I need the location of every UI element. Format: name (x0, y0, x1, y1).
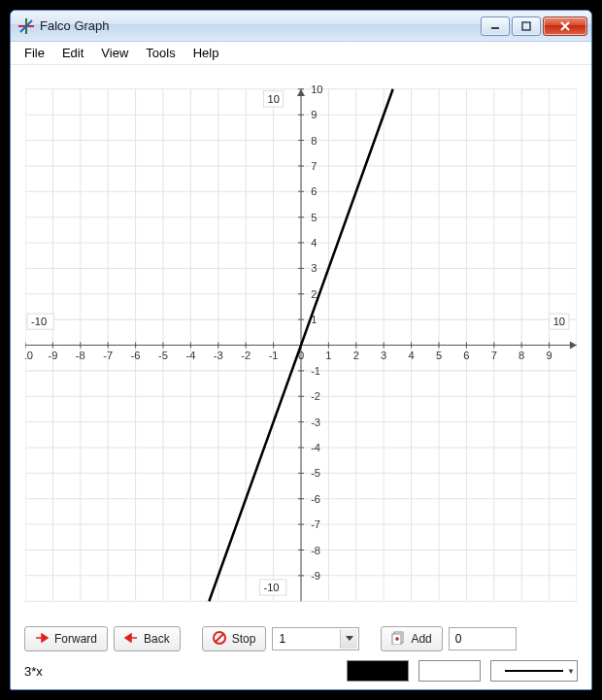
svg-text:-1: -1 (269, 350, 279, 361)
menu-help[interactable]: Help (185, 44, 227, 62)
svg-text:-8: -8 (76, 350, 85, 361)
window-controls (481, 17, 587, 36)
chevron-down-icon: ▼ (567, 667, 575, 676)
forward-label: Forward (54, 632, 97, 646)
svg-rect-4 (522, 22, 530, 30)
graph-canvas[interactable]: -10-9-8-7-6-5-4-3-2-10123456789-9-8-7-6-… (24, 77, 578, 614)
svg-text:-10: -10 (24, 350, 33, 361)
svg-line-136 (216, 634, 223, 642)
svg-text:-9: -9 (48, 350, 57, 361)
svg-text:-1: -1 (311, 365, 320, 377)
menu-edit[interactable]: Edit (54, 44, 91, 62)
forward-icon (35, 632, 49, 646)
maximize-button[interactable] (512, 17, 541, 36)
stop-icon (213, 631, 226, 648)
svg-text:10: 10 (553, 316, 565, 327)
svg-text:7: 7 (491, 350, 497, 361)
svg-text:3: 3 (311, 262, 317, 274)
svg-text:1: 1 (325, 350, 331, 361)
svg-text:-6: -6 (311, 493, 320, 505)
number-value: 0 (455, 632, 462, 646)
svg-text:-3: -3 (214, 350, 223, 361)
svg-text:7: 7 (311, 160, 317, 172)
speed-value: 1 (279, 632, 285, 646)
svg-text:10: 10 (311, 83, 322, 95)
svg-text:-8: -8 (311, 545, 320, 556)
svg-text:9: 9 (311, 109, 317, 120)
svg-text:4: 4 (408, 350, 414, 361)
svg-text:2: 2 (311, 288, 317, 300)
minimize-button[interactable] (481, 17, 510, 36)
svg-text:2: 2 (353, 350, 359, 361)
svg-text:6: 6 (463, 350, 469, 361)
svg-text:-10: -10 (263, 582, 279, 593)
bottombar: 3*x ▼ (11, 656, 591, 689)
svg-text:-5: -5 (311, 467, 320, 479)
menubar: File Edit View Tools Help (11, 42, 591, 65)
add-icon (391, 631, 405, 648)
svg-text:4: 4 (311, 237, 317, 249)
svg-text:-4: -4 (185, 350, 195, 361)
line-preview (505, 670, 563, 672)
svg-text:-4: -4 (311, 442, 320, 453)
svg-text:8: 8 (518, 350, 524, 361)
svg-text:-9: -9 (311, 570, 320, 582)
line-color-swatch[interactable] (347, 660, 409, 682)
app-icon (18, 18, 34, 34)
svg-text:5: 5 (311, 212, 317, 223)
back-button[interactable]: Back (114, 626, 181, 651)
plot-area[interactable]: -10-9-8-7-6-5-4-3-2-10123456789-9-8-7-6-… (11, 65, 591, 621)
stop-button[interactable]: Stop (202, 626, 267, 651)
titlebar: Falco Graph (11, 11, 591, 42)
svg-text:3: 3 (381, 350, 386, 361)
close-button[interactable] (543, 17, 587, 36)
svg-text:-2: -2 (241, 350, 251, 361)
add-label: Add (411, 632, 431, 646)
svg-text:-3: -3 (311, 417, 320, 428)
toolbar: Forward Back Stop 1 (11, 621, 591, 656)
svg-text:8: 8 (311, 135, 317, 147)
back-label: Back (144, 632, 170, 646)
speed-select[interactable]: 1 (272, 627, 359, 650)
svg-text:9: 9 (546, 350, 552, 361)
number-input[interactable]: 0 (449, 627, 517, 650)
svg-text:-7: -7 (311, 518, 320, 530)
svg-text:-10: -10 (31, 316, 47, 327)
app-window: Falco Graph File Edit View Tools Help -1… (10, 10, 592, 690)
back-icon (124, 632, 138, 646)
svg-text:-5: -5 (158, 350, 168, 361)
chevron-down-icon (340, 629, 357, 649)
forward-button[interactable]: Forward (24, 626, 108, 651)
svg-text:-6: -6 (131, 350, 141, 361)
svg-text:5: 5 (436, 350, 442, 361)
line-style-select[interactable]: ▼ (490, 660, 578, 682)
svg-text:10: 10 (268, 93, 280, 105)
stop-label: Stop (232, 632, 256, 646)
svg-text:-2: -2 (311, 390, 320, 402)
add-button[interactable]: Add (381, 626, 442, 651)
menu-tools[interactable]: Tools (138, 44, 183, 62)
svg-text:6: 6 (311, 185, 317, 197)
menu-view[interactable]: View (93, 44, 136, 62)
window-title: Falco Graph (40, 18, 481, 33)
svg-text:-7: -7 (103, 350, 113, 361)
bg-color-swatch[interactable] (418, 660, 481, 682)
expression-display: 3*x (24, 664, 337, 679)
menu-file[interactable]: File (17, 44, 52, 62)
